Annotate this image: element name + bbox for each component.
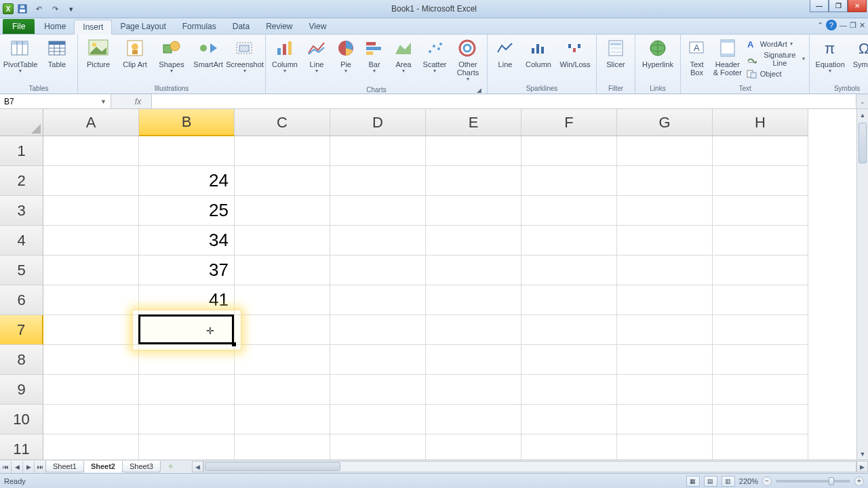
cell[interactable]: 41 (139, 285, 235, 315)
name-box[interactable]: B7 ▼ (0, 94, 111, 108)
cell[interactable] (521, 405, 617, 434)
sigline-button[interactable]: Signature Line ▾ (747, 51, 805, 67)
select-all-corner[interactable] (0, 109, 43, 136)
scatter-chart-button[interactable]: Scatter▾ (420, 37, 449, 75)
line-chart-button[interactable]: Line▾ (304, 37, 330, 75)
cell[interactable] (330, 166, 426, 196)
cell[interactable] (713, 256, 808, 285)
sheet-tab[interactable]: Sheet1 (45, 461, 84, 472)
hscroll-track[interactable] (203, 461, 856, 472)
scroll-down-icon[interactable]: ▼ (857, 448, 868, 460)
column-header[interactable]: F (521, 109, 617, 136)
scroll-left-icon[interactable]: ◀ (192, 461, 203, 472)
tab-home[interactable]: Home (36, 19, 74, 34)
cell[interactable] (139, 315, 235, 345)
view-pagelayout-icon[interactable]: ▤ (704, 476, 717, 487)
cell[interactable]: 24 (139, 166, 235, 196)
cell[interactable] (521, 315, 617, 345)
cell[interactable] (426, 345, 521, 375)
new-sheet-icon[interactable]: ✧ (163, 462, 178, 472)
cell[interactable] (43, 226, 139, 256)
row-header[interactable]: 9 (0, 375, 43, 405)
cell[interactable] (330, 136, 426, 166)
cell[interactable] (139, 375, 235, 405)
pie-chart-button[interactable]: Pie▾ (334, 37, 358, 75)
cell[interactable] (617, 434, 713, 460)
row-header[interactable]: 5 (0, 256, 43, 285)
row-header[interactable]: 10 (0, 405, 43, 434)
cell[interactable] (426, 226, 521, 256)
fx-icon[interactable]: fx (135, 97, 141, 106)
cell[interactable] (235, 405, 330, 434)
sheet-tab[interactable]: Sheet2 (83, 461, 123, 472)
cell[interactable] (617, 166, 713, 196)
cell[interactable] (235, 166, 330, 196)
cell[interactable] (330, 434, 426, 460)
column-header[interactable]: B (139, 109, 235, 136)
cell[interactable] (617, 405, 713, 434)
tab-formulas[interactable]: Formulas (174, 19, 224, 34)
row-header[interactable]: 2 (0, 166, 43, 196)
cell[interactable] (139, 136, 235, 166)
cell[interactable] (521, 196, 617, 226)
clipart-button[interactable]: Clip Art (119, 37, 151, 68)
cell[interactable] (426, 285, 521, 315)
cell[interactable] (426, 136, 521, 166)
cell[interactable] (713, 345, 808, 375)
cell[interactable] (617, 375, 713, 405)
row-header[interactable]: 3 (0, 196, 43, 226)
minimize-button[interactable]: — (810, 0, 829, 12)
zoom-in-icon[interactable]: + (854, 476, 864, 486)
cell[interactable] (617, 136, 713, 166)
cell[interactable] (330, 196, 426, 226)
cell[interactable] (330, 315, 426, 345)
help-icon[interactable]: ? (826, 20, 837, 30)
fill-handle[interactable] (232, 342, 236, 346)
column-header[interactable]: C (235, 109, 330, 136)
name-box-dropdown-icon[interactable]: ▼ (100, 98, 106, 105)
tab-view[interactable]: View (301, 19, 335, 34)
column-header[interactable]: G (617, 109, 713, 136)
cell[interactable] (521, 256, 617, 285)
zoom-level[interactable]: 220% (739, 477, 758, 485)
cell[interactable] (521, 375, 617, 405)
slicer-button[interactable]: Slicer (601, 37, 631, 68)
save-icon[interactable] (15, 2, 30, 16)
cell[interactable] (330, 345, 426, 375)
headerfooter-button[interactable]: Header & Footer (713, 37, 743, 77)
row-header[interactable]: 7 (0, 315, 43, 345)
cell[interactable] (235, 226, 330, 256)
sheet-nav-next-icon[interactable]: ▶ (23, 461, 35, 473)
cell[interactable]: 37 (139, 256, 235, 285)
cell[interactable] (617, 285, 713, 315)
cell[interactable] (713, 285, 808, 315)
cell[interactable] (426, 405, 521, 434)
row-header[interactable]: 1 (0, 136, 43, 166)
tab-file[interactable]: File (3, 19, 35, 34)
cell[interactable] (43, 196, 139, 226)
hscroll-thumb[interactable] (205, 462, 340, 471)
table-button[interactable]: Table (41, 37, 73, 68)
hyperlink-button[interactable]: Hyperlink (639, 37, 676, 68)
workbook-minimize-icon[interactable]: — (840, 21, 847, 29)
cell[interactable] (426, 166, 521, 196)
workbook-close-icon[interactable]: ✕ (859, 21, 865, 30)
horizontal-scrollbar[interactable]: ◀ ▶ (192, 461, 868, 472)
zoom-out-icon[interactable]: − (762, 476, 772, 486)
cell[interactable] (235, 345, 330, 375)
cell[interactable] (426, 196, 521, 226)
tab-page-layout[interactable]: Page Layout (112, 19, 174, 34)
redo-icon[interactable]: ↷ (47, 2, 62, 16)
maximize-button[interactable]: ❐ (829, 0, 848, 12)
cell[interactable] (426, 375, 521, 405)
cell[interactable] (43, 256, 139, 285)
cell[interactable] (43, 345, 139, 375)
workbook-restore-icon[interactable]: ❐ (850, 21, 856, 30)
cell[interactable] (43, 375, 139, 405)
pivottable-button[interactable]: PivotTable▾ (4, 37, 37, 75)
cell[interactable] (330, 285, 426, 315)
charts-dialog-launcher-icon[interactable]: ◢ (270, 87, 483, 94)
cell[interactable]: 25 (139, 196, 235, 226)
sparkline-column-button[interactable]: Column (523, 37, 554, 68)
cell[interactable] (426, 434, 521, 460)
